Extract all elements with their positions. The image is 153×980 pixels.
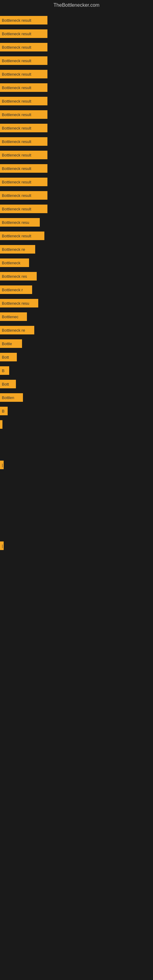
bar-row: Bottle [0, 337, 153, 350]
bottleneck-result-bar[interactable]: Bottlen [0, 393, 23, 402]
bottleneck-result-bar[interactable]: Bottleneck re [0, 245, 35, 254]
bar-row: Bottleneck result [0, 148, 153, 162]
site-title: TheBottlenecker.com [0, 0, 153, 10]
bar-row: Bottlen [0, 391, 153, 404]
bar-row: Bottleneck result [0, 27, 153, 40]
bar-row: Bott [0, 377, 153, 391]
bottleneck-result-bar[interactable]: Bottleneck result [0, 178, 48, 186]
bar-row: Bottleneck result [0, 189, 153, 202]
bar-row: Bottleneck r [0, 283, 153, 296]
bar-row: Bottleneck result [0, 135, 153, 148]
bottleneck-result-bar[interactable]: Bottleneck result [0, 164, 48, 173]
bar-row: Bottleneck re [0, 243, 153, 256]
bar-row: Bottleneck result [0, 121, 153, 135]
bar-row [0, 418, 153, 431]
bottleneck-result-bar[interactable]: Bottleneck result [0, 70, 48, 78]
bottleneck-result-bar[interactable]: Bott [0, 353, 17, 361]
bar-row: Bottleneck resu [0, 216, 153, 229]
bottleneck-result-bar[interactable]: Bottleneck result [0, 124, 48, 132]
bottleneck-result-bar[interactable]: B [0, 366, 9, 375]
bar-row: Bottleneck result [0, 162, 153, 175]
bottleneck-result-bar[interactable]: B [0, 407, 8, 415]
bar-row [0, 472, 153, 485]
bottleneck-result-bar[interactable]: Bott [0, 380, 16, 388]
bottleneck-result-bar[interactable]: Bottleneck result [0, 137, 48, 146]
bottleneck-result-bar[interactable]: Bottleneck resu [0, 299, 38, 307]
bottleneck-result-bar[interactable]: Bottleneck result [0, 97, 48, 105]
bottleneck-result-bar[interactable]: Bottleneck result [0, 43, 48, 51]
bars-container: Bottleneck resultBottleneck resultBottle… [0, 10, 153, 555]
bar-row: Bott [0, 350, 153, 364]
bar-row: Bottleneck result [0, 13, 153, 27]
bottleneck-result-bar[interactable]: Bottleneck result [0, 232, 45, 240]
bottleneck-result-bar[interactable]: Bottleneck r [0, 285, 32, 294]
bar-row [0, 499, 153, 512]
bar-row [0, 431, 153, 445]
bar-row: B [0, 404, 153, 418]
bottleneck-result-bar[interactable] [0, 420, 2, 429]
bar-row [0, 512, 153, 525]
bar-row: Bottleneck result [0, 94, 153, 108]
bottleneck-result-bar[interactable]: Bottlenec [0, 312, 27, 321]
bottleneck-result-bar[interactable]: Bottleneck result [0, 29, 48, 38]
bar-row [0, 445, 153, 458]
bar-row: Bottleneck result [0, 54, 153, 67]
bar-row: Bottlenec [0, 310, 153, 323]
bottleneck-result-bar[interactable]: Bottleneck result [0, 110, 48, 119]
bar-row: Bottleneck result [0, 40, 153, 54]
bottleneck-result-bar[interactable]: Bottleneck re [0, 326, 34, 334]
bottleneck-result-bar[interactable]: Bottleneck res [0, 272, 37, 280]
bar-row: Bottleneck result [0, 81, 153, 94]
bar-row: B [0, 364, 153, 377]
bar-row: Bottleneck re [0, 323, 153, 337]
bottleneck-result-bar[interactable]: Bottleneck result [0, 16, 48, 24]
bottleneck-result-bar[interactable]: | [0, 461, 4, 469]
bottleneck-result-bar[interactable]: Bottleneck [0, 258, 29, 267]
bottleneck-result-bar[interactable]: Bottle [0, 339, 22, 348]
bar-row: Bottleneck res [0, 269, 153, 283]
bar-row [0, 525, 153, 539]
bar-row: Bottleneck result [0, 175, 153, 189]
bottleneck-result-bar[interactable]: | [0, 541, 4, 550]
bar-row: Bottleneck result [0, 108, 153, 121]
bar-row: | [0, 539, 153, 552]
bottleneck-result-bar[interactable]: Bottleneck result [0, 151, 48, 159]
bar-row: Bottleneck result [0, 229, 153, 243]
bottleneck-result-bar[interactable]: Bottleneck result [0, 83, 48, 92]
bar-row: | [0, 458, 153, 472]
bottleneck-result-bar[interactable]: Bottleneck result [0, 205, 48, 213]
bar-row: Bottleneck result [0, 67, 153, 81]
bar-row [0, 485, 153, 499]
bar-row: Bottleneck result [0, 202, 153, 216]
bottleneck-result-bar[interactable]: Bottleneck result [0, 56, 48, 65]
bar-row: Bottleneck [0, 256, 153, 269]
bottleneck-result-bar[interactable]: Bottleneck resu [0, 218, 40, 227]
bottleneck-result-bar[interactable]: Bottleneck result [0, 191, 48, 200]
bar-row: Bottleneck resu [0, 296, 153, 310]
